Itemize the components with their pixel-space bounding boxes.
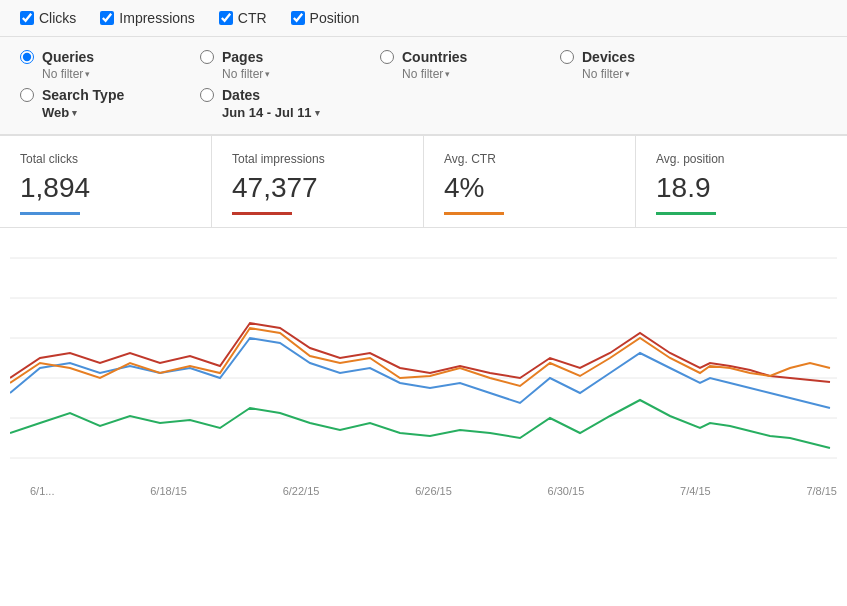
pages-filter-value: No filter [222,67,263,81]
x-label-4: 6/26/15 [415,485,452,497]
countries-label: Countries [402,49,467,65]
clicks-checkbox[interactable]: Clicks [20,10,76,26]
pages-filter-arrow: ▾ [265,69,270,79]
ctr-line [10,328,830,386]
total-clicks-label: Total clicks [20,152,191,166]
x-label-3: 6/22/15 [283,485,320,497]
impressions-label: Impressions [119,10,194,26]
countries-radio[interactable] [380,50,394,64]
x-label-6: 7/4/15 [680,485,711,497]
impressions-line [10,323,830,382]
avg-position-line [656,212,716,215]
search-type-value: Web [42,105,69,120]
avg-ctr-value: 4% [444,172,615,204]
devices-filter-value: No filter [582,67,623,81]
filter-dates: Dates Jun 14 - Jul 11 ▾ [200,87,400,120]
clicks-label: Clicks [39,10,76,26]
search-type-radio[interactable] [20,88,34,102]
avg-ctr-line [444,212,504,215]
impressions-checkbox[interactable]: Impressions [100,10,194,26]
queries-filter-value: No filter [42,67,83,81]
total-impressions-value: 47,377 [232,172,403,204]
filter-queries: Queries No filter ▾ [20,49,200,81]
dates-value: Jun 14 - Jul 11 [222,105,312,120]
dates-radio-label[interactable]: Dates [200,87,400,103]
search-type-radio-label[interactable]: Search Type [20,87,200,103]
stats-section: Total clicks 1,894 Total impressions 47,… [0,136,847,228]
total-clicks-value: 1,894 [20,172,191,204]
queries-filter-dropdown[interactable]: No filter ▾ [42,67,200,81]
chart-x-labels: 6/1... 6/18/15 6/22/15 6/26/15 6/30/15 7… [0,481,847,505]
ctr-label: CTR [238,10,267,26]
line-chart [10,238,837,478]
total-clicks-line [20,212,80,215]
queries-filter-arrow: ▾ [85,69,90,79]
ctr-checkbox[interactable]: CTR [219,10,267,26]
pages-radio[interactable] [200,50,214,64]
stat-avg-ctr: Avg. CTR 4% [424,136,636,227]
filter-search-type: Search Type Web ▾ [20,87,200,120]
stat-total-clicks: Total clicks 1,894 [0,136,212,227]
queries-radio[interactable] [20,50,34,64]
x-label-7: 7/8/15 [806,485,837,497]
position-line [10,400,830,448]
total-impressions-label: Total impressions [232,152,403,166]
x-label-2: 6/18/15 [150,485,187,497]
devices-radio-label[interactable]: Devices [560,49,740,65]
filter-row-2: Search Type Web ▾ Dates Jun 14 - Jul 11 … [20,87,827,120]
devices-filter-dropdown[interactable]: No filter ▾ [582,67,740,81]
search-type-label: Search Type [42,87,124,103]
queries-label: Queries [42,49,94,65]
countries-filter-value: No filter [402,67,443,81]
filter-section: Queries No filter ▾ Pages No filter ▾ Co… [0,37,847,136]
position-label: Position [310,10,360,26]
countries-radio-label[interactable]: Countries [380,49,560,65]
avg-ctr-label: Avg. CTR [444,152,615,166]
position-checkbox[interactable]: Position [291,10,360,26]
dates-radio[interactable] [200,88,214,102]
search-type-arrow: ▾ [72,108,77,118]
x-label-5: 6/30/15 [548,485,585,497]
clicks-line [10,338,830,408]
filter-devices: Devices No filter ▾ [560,49,740,81]
devices-radio[interactable] [560,50,574,64]
pages-label: Pages [222,49,263,65]
dates-value-dropdown[interactable]: Jun 14 - Jul 11 ▾ [222,105,400,120]
avg-position-value: 18.9 [656,172,827,204]
total-impressions-line [232,212,292,215]
checkbox-bar: Clicks Impressions CTR Position [0,0,847,37]
chart-section [0,228,847,481]
dates-label: Dates [222,87,260,103]
x-label-1: 6/1... [30,485,54,497]
pages-filter-dropdown[interactable]: No filter ▾ [222,67,380,81]
devices-label: Devices [582,49,635,65]
filter-countries: Countries No filter ▾ [380,49,560,81]
queries-radio-label[interactable]: Queries [20,49,200,65]
devices-filter-arrow: ▾ [625,69,630,79]
stat-total-impressions: Total impressions 47,377 [212,136,424,227]
filter-pages: Pages No filter ▾ [200,49,380,81]
avg-position-label: Avg. position [656,152,827,166]
search-type-value-dropdown[interactable]: Web ▾ [42,105,200,120]
stat-avg-position: Avg. position 18.9 [636,136,847,227]
filter-row-1: Queries No filter ▾ Pages No filter ▾ Co… [20,49,827,81]
countries-filter-arrow: ▾ [445,69,450,79]
countries-filter-dropdown[interactable]: No filter ▾ [402,67,560,81]
pages-radio-label[interactable]: Pages [200,49,380,65]
dates-arrow: ▾ [315,108,320,118]
